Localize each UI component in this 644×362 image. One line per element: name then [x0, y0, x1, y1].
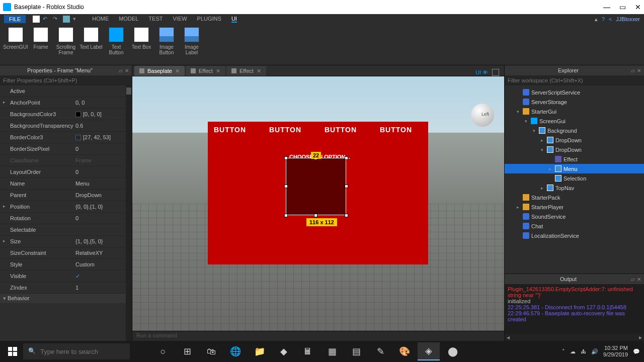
close-panel-icon[interactable]: ✕: [637, 277, 641, 282]
paste-icon[interactable]: [63, 16, 70, 23]
property-row[interactable]: Visible✓: [0, 270, 132, 282]
property-row[interactable]: ZIndex1: [0, 282, 132, 294]
property-row[interactable]: Position{0, 0},{1, 0}: [0, 201, 132, 213]
property-value[interactable]: 0: [75, 169, 132, 175]
tree-node-screengui[interactable]: ▾ScreenGui: [505, 116, 644, 126]
notifications-icon[interactable]: 💬: [633, 348, 640, 355]
menu-tab-test[interactable]: TEST: [148, 16, 163, 23]
ui-visibility-toggle[interactable]: UI 👁: [475, 69, 488, 75]
calculator-icon[interactable]: 🖩: [297, 342, 319, 360]
tree-node-serverscriptservice[interactable]: ServerScriptService: [505, 87, 644, 97]
property-value[interactable]: ✓: [75, 273, 132, 280]
menu-tab-ui[interactable]: UI: [231, 16, 237, 23]
tree-node-dropdown[interactable]: ▾DropDown: [505, 145, 644, 154]
property-value[interactable]: [27, 42, 53]: [75, 134, 132, 140]
undock-icon[interactable]: ▱: [119, 68, 123, 73]
nav-button[interactable]: BUTTON: [269, 126, 301, 134]
property-section-behavior[interactable]: Behavior: [0, 294, 132, 303]
tree-node-localizationservice[interactable]: LocalizationService: [505, 231, 644, 240]
task-view-button[interactable]: ⊞: [176, 342, 198, 360]
property-row[interactable]: NameMenu: [0, 178, 132, 190]
app-icon[interactable]: ✎: [369, 342, 391, 360]
property-row[interactable]: Active: [0, 85, 132, 97]
file-explorer-icon[interactable]: 📁: [249, 342, 271, 360]
property-value[interactable]: 0: [75, 215, 132, 221]
resize-handle[interactable]: [345, 214, 348, 217]
property-value[interactable]: {1, 0},{5, 0}: [75, 238, 132, 244]
help-icon[interactable]: ?: [602, 16, 605, 22]
tray-expand-icon[interactable]: ˄: [562, 348, 565, 355]
volume-icon[interactable]: 🔊: [591, 348, 598, 355]
menu-tab-plugins[interactable]: PLUGINS: [197, 16, 221, 23]
close-tab-icon[interactable]: ✕: [216, 68, 220, 74]
property-value[interactable]: Custom: [75, 261, 132, 267]
property-value[interactable]: RelativeXY: [75, 250, 132, 256]
checkbox-icon[interactable]: ✓: [75, 273, 80, 280]
property-value[interactable]: 0.6: [75, 123, 132, 129]
file-menu[interactable]: FILE: [4, 15, 26, 23]
property-row[interactable]: Size{1, 0},{5, 0}: [0, 236, 132, 247]
property-value[interactable]: DropDown: [75, 192, 132, 198]
undock-icon[interactable]: ▱: [631, 68, 635, 73]
tree-node-startergui[interactable]: ▾StarterGui: [505, 107, 644, 116]
close-tab-icon[interactable]: ✕: [175, 68, 180, 74]
roblox-studio-icon[interactable]: ◈: [418, 342, 440, 360]
app-icon[interactable]: 🎨: [393, 342, 416, 360]
property-row[interactable]: BackgroundColor3[0, 0, 0]: [0, 109, 132, 120]
menu-tab-home[interactable]: HOME: [92, 16, 109, 23]
menu-tab-view[interactable]: VIEW: [173, 16, 187, 23]
network-icon[interactable]: 🖧: [581, 348, 586, 354]
property-value[interactable]: [0, 0, 0]: [75, 111, 132, 117]
roblox-icon[interactable]: ◆: [273, 342, 295, 360]
resize-handle[interactable]: [345, 156, 348, 160]
store-icon[interactable]: 🛍: [200, 342, 222, 360]
user-label[interactable]: JJBloxxer: [616, 16, 640, 22]
doc-tab-baseplate[interactable]: Baseplate✕: [134, 66, 185, 76]
property-value[interactable]: Frame: [75, 157, 132, 163]
ribbon-screengui[interactable]: ScreenGUI: [3, 26, 28, 63]
ribbon-image-label[interactable]: Image Label: [179, 26, 204, 63]
selected-menu-frame[interactable]: [286, 158, 346, 215]
doc-tab-effect[interactable]: Effect✕: [186, 66, 225, 76]
nav-button[interactable]: BUTTON: [380, 126, 412, 134]
tree-node-serverstorage[interactable]: ServerStorage: [505, 97, 644, 107]
ribbon-text-box[interactable]: Text Box: [129, 26, 154, 63]
ribbon-frame[interactable]: Frame: [28, 26, 53, 63]
start-button[interactable]: [4, 343, 21, 360]
doc-tab-effect[interactable]: Effect✕: [226, 66, 266, 76]
tree-node-soundservice[interactable]: SoundService: [505, 212, 644, 221]
expand-arrow-icon[interactable]: ▸: [515, 205, 521, 210]
app-icon[interactable]: ▤: [345, 342, 367, 360]
menu-tab-model[interactable]: MODEL: [119, 16, 138, 23]
app-icon[interactable]: ▦: [321, 342, 343, 360]
expand-arrow-icon[interactable]: ▸: [539, 138, 545, 143]
property-value[interactable]: Menu: [75, 180, 132, 187]
close-panel-icon[interactable]: ✕: [637, 68, 641, 73]
device-emulator-icon[interactable]: [492, 69, 499, 76]
explorer-filter-input[interactable]: [505, 75, 644, 85]
gui-background-frame[interactable]: BUTTONBUTTONBUTTONBUTTON CHOOSE AN OPTIO…: [208, 122, 428, 264]
redo-icon[interactable]: ↷: [53, 16, 60, 23]
resize-handle[interactable]: [345, 185, 348, 188]
taskbar-search-input[interactable]: [23, 343, 130, 359]
new-icon[interactable]: [33, 16, 40, 23]
nav-button[interactable]: BUTTON: [325, 126, 357, 134]
tree-node-starterplayer[interactable]: ▸StarterPlayer: [505, 202, 644, 212]
chrome-icon[interactable]: 🌐: [224, 342, 247, 360]
obs-icon[interactable]: ⬤: [442, 342, 464, 360]
viewport-3d[interactable]: Left BUTTONBUTTONBUTTONBUTTON CHOOSE AN …: [132, 76, 504, 331]
property-value[interactable]: 1: [75, 285, 132, 291]
resize-handle[interactable]: [284, 185, 288, 188]
property-row[interactable]: BorderColor3[27, 42, 53]: [0, 132, 132, 143]
property-value[interactable]: 0, 0: [75, 100, 132, 106]
property-row[interactable]: ClassNameFrame: [0, 155, 132, 166]
property-row[interactable]: SizeConstraintRelativeXY: [0, 247, 132, 259]
expand-arrow-icon[interactable]: ▾: [515, 109, 521, 114]
ribbon-text-button[interactable]: Text Button: [104, 26, 129, 63]
command-bar[interactable]: Run a command: [132, 331, 504, 341]
tree-node-chat[interactable]: Chat: [505, 221, 644, 231]
cortana-button[interactable]: ○: [152, 342, 174, 360]
close-button[interactable]: ✕: [635, 3, 641, 11]
minimize-button[interactable]: —: [603, 3, 610, 11]
property-row[interactable]: BorderSizePixel0: [0, 143, 132, 155]
